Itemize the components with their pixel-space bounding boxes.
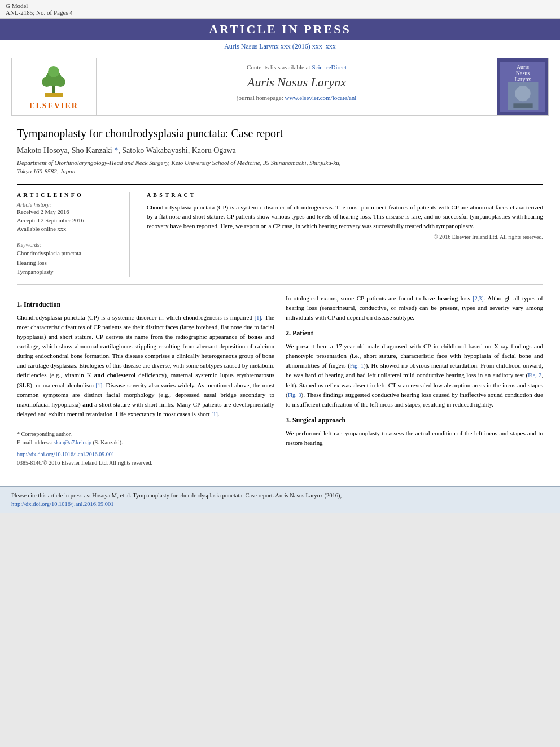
issn-line: 0385-8146/© 2016 Elsevier Ireland Ltd. A… bbox=[17, 458, 274, 467]
article-in-press-banner: ARTICLE IN PRESS bbox=[0, 19, 560, 40]
svg-rect-10 bbox=[513, 103, 532, 108]
journal-header-center: Contents lists available at ScienceDirec… bbox=[97, 58, 497, 115]
elsevier-logo: ELSEVIER bbox=[29, 63, 78, 111]
email-label: E-mail address: bbox=[17, 439, 52, 445]
affiliation-line1: Department of Otorhinolaryngology-Head a… bbox=[17, 159, 543, 167]
article-content: Tympanoplasty for chondrodysplasia punct… bbox=[0, 120, 560, 478]
body-column-left: 1. Introduction Chondrodysplasia punctat… bbox=[17, 294, 274, 467]
authors-line: Makoto Hosoya, Sho Kanzaki *, Satoko Wak… bbox=[17, 146, 543, 155]
svg-point-9 bbox=[515, 85, 530, 101]
homepage-label: journal homepage: bbox=[237, 94, 283, 101]
available-online: Available online xxx bbox=[17, 226, 121, 232]
info-abstract-section: A R T I C L E I N F O Article history: R… bbox=[17, 184, 543, 285]
journal-header: ELSEVIER Contents lists available at Sci… bbox=[11, 58, 549, 116]
info-divider bbox=[17, 237, 121, 237]
patient-para: We present here a 17-year-old male diagn… bbox=[286, 342, 543, 409]
ref-fig1[interactable]: Fig. 1 bbox=[350, 362, 364, 369]
contents-line: Contents lists available at ScienceDirec… bbox=[102, 64, 491, 71]
citation-doi-link[interactable]: http://dx.doi.org/10.1016/j.anl.2016.09.… bbox=[11, 501, 114, 507]
elsevier-text: ELSEVIER bbox=[29, 102, 78, 111]
svg-point-5 bbox=[55, 77, 65, 87]
journal-header-left: ELSEVIER bbox=[12, 58, 97, 115]
intro-para1: Chondrodysplasia punctata (CP) is a syst… bbox=[17, 313, 274, 419]
keyword-3: Tympanoplasty bbox=[17, 268, 121, 277]
corresponding-author-label: * Corresponding author. bbox=[17, 431, 72, 437]
email-link[interactable]: skan@a7.keio.jp bbox=[54, 439, 91, 445]
abstract-section: A B S T R A C T Chondrodysplasia punctat… bbox=[141, 192, 543, 277]
body-column-right: In otological exams, some CP patients ar… bbox=[286, 294, 543, 467]
keywords-label: Keywords: bbox=[17, 242, 121, 248]
thumb-line-3: Larynx bbox=[515, 76, 531, 82]
ref-1c[interactable]: [1] bbox=[211, 411, 218, 417]
intro-heading: 1. Introduction bbox=[17, 299, 274, 309]
doi-link[interactable]: http://dx.doi.org/10.1016/j.anl.2016.09.… bbox=[17, 451, 115, 457]
journal-cover-icon bbox=[508, 82, 539, 110]
citation-bar: Please cite this article in press as: Ho… bbox=[0, 486, 560, 514]
article-info-title: A R T I C L E I N F O bbox=[17, 192, 121, 198]
svg-point-6 bbox=[48, 66, 59, 77]
banner-text: ARTICLE IN PRESS bbox=[209, 22, 351, 36]
affiliation-line2: Tokyo 160-8582, Japan bbox=[17, 167, 543, 176]
abstract-title: A B S T R A C T bbox=[147, 192, 543, 198]
ref-2[interactable]: [2,3] bbox=[473, 295, 483, 302]
journal-volume-link[interactable]: Auris Nasus Larynx xxx (2016) xxx–xxx bbox=[224, 42, 336, 50]
corresponding-note: * Corresponding author. bbox=[17, 430, 274, 438]
journal-thumbnail: Auris Nasus Larynx bbox=[500, 62, 545, 112]
ref-fig2[interactable]: Fig. 2 bbox=[528, 372, 541, 378]
svg-rect-7 bbox=[45, 93, 63, 97]
affiliation: Department of Otorhinolaryngology-Head a… bbox=[17, 159, 543, 176]
sciencedirect-link[interactable]: ScienceDirect bbox=[312, 64, 347, 71]
copyright-line: © 2016 Elsevier Ireland Ltd. All rights … bbox=[147, 234, 543, 240]
top-bar: G Model ANL-2185; No. of Pages 4 bbox=[0, 0, 560, 19]
article-title: Tympanoplasty for chondrodysplasia punct… bbox=[17, 126, 543, 141]
patient-heading: 2. Patient bbox=[286, 328, 543, 338]
keyword-2: Hearing loss bbox=[17, 259, 121, 268]
footnote-section: * Corresponding author. E-mail address: … bbox=[17, 427, 274, 447]
anl-label: ANL-2185; No. of Pages 4 bbox=[6, 9, 73, 16]
thumb-line-1: Auris bbox=[517, 64, 529, 70]
keywords-list: Chondrodysplasia punctata Hearing loss T… bbox=[17, 249, 121, 277]
doi-section: http://dx.doi.org/10.1016/j.anl.2016.09.… bbox=[17, 450, 274, 467]
svg-point-4 bbox=[42, 77, 52, 87]
page-wrapper: G Model ANL-2185; No. of Pages 4 ARTICLE… bbox=[0, 0, 560, 513]
received-date: Received 2 May 2016 bbox=[17, 209, 121, 215]
article-info-box: A R T I C L E I N F O Article history: R… bbox=[17, 192, 130, 277]
surgical-heading: 3. Surgical approach bbox=[286, 415, 543, 425]
authors-text-2: , Satoko Wakabayashi, Kaoru Ogawa bbox=[118, 146, 236, 155]
surgical-para: We performed left-ear tympanoplasty to a… bbox=[286, 429, 543, 448]
ref-fig3[interactable]: Fig. 3 bbox=[288, 392, 301, 398]
ref-1b[interactable]: [1] bbox=[96, 382, 103, 388]
citation-please: Please cite this article in press as: Ho… bbox=[11, 492, 342, 499]
journal-homepage-line: journal homepage: www.elsevier.com/locat… bbox=[102, 94, 491, 101]
model-info: G Model ANL-2185; No. of Pages 4 bbox=[6, 2, 73, 16]
journal-homepage-link[interactable]: www.elsevier.com/locate/anl bbox=[285, 94, 356, 101]
contents-label: Contents lists available at bbox=[247, 64, 310, 71]
elsevier-tree-icon bbox=[36, 63, 72, 99]
keyword-1: Chondrodysplasia punctata bbox=[17, 249, 121, 259]
g-model-label: G Model bbox=[6, 2, 73, 9]
intro-para2: In otological exams, some CP patients ar… bbox=[286, 294, 543, 322]
journal-header-right: Auris Nasus Larynx bbox=[497, 58, 548, 115]
journal-name: Auris Nasus Larynx bbox=[102, 75, 491, 90]
abstract-text: Chondrodysplasia punctata (CP) is a syst… bbox=[147, 203, 543, 231]
email-line: E-mail address: skan@a7.keio.jp (S. Kanz… bbox=[17, 438, 274, 447]
journal-link-bar: Auris Nasus Larynx xxx (2016) xxx–xxx bbox=[0, 40, 560, 53]
history-label: Article history: bbox=[17, 202, 121, 208]
thumb-line-2: Nasus bbox=[516, 70, 530, 76]
accepted-date: Accepted 2 September 2016 bbox=[17, 217, 121, 224]
ref-1[interactable]: [1] bbox=[255, 314, 261, 321]
main-body: 1. Introduction Chondrodysplasia punctat… bbox=[17, 294, 543, 467]
authors-text: Makoto Hosoya, Sho Kanzaki bbox=[17, 146, 114, 155]
email-name: (S. Kanzaki). bbox=[93, 439, 123, 445]
